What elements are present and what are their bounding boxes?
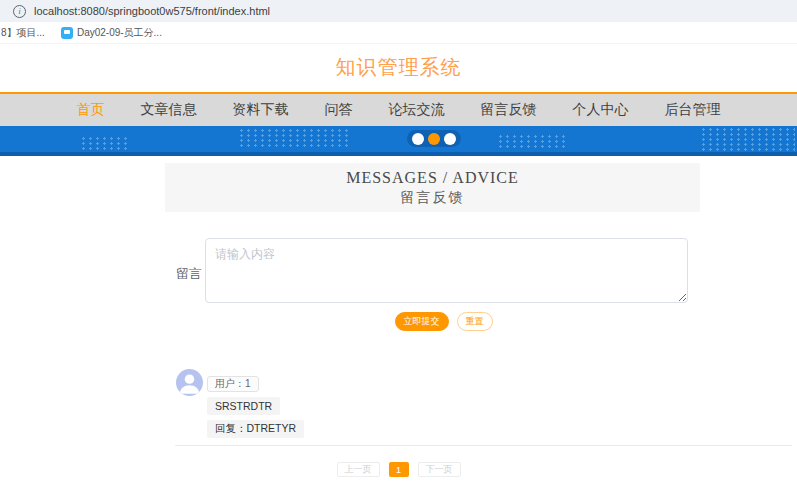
section-header: MESSAGES / ADVICE 留言反馈: [165, 163, 700, 212]
bookmark-label: Day02-09-员工分...: [77, 26, 162, 40]
carousel-dot-3[interactable]: [444, 133, 456, 145]
submit-button[interactable]: 立即提交: [395, 312, 449, 331]
reset-button[interactable]: 重置: [457, 312, 493, 331]
user-avatar: [176, 369, 203, 396]
nav-item-admin[interactable]: 后台管理: [665, 101, 721, 119]
nav-item-articles[interactable]: 文章信息: [141, 101, 197, 119]
banner-dot-pattern: [700, 127, 795, 153]
bookmark-item[interactable]: Day02-09-员工分...: [61, 26, 162, 40]
form-buttons-row: 立即提交 重置: [0, 312, 797, 331]
browser-url-bar[interactable]: i localhost:8080/springboot0w575/front/i…: [0, 0, 797, 22]
nav-item-messages[interactable]: 留言反馈: [481, 101, 537, 119]
carousel-dot-2[interactable]: [428, 133, 440, 145]
nav-item-forum[interactable]: 论坛交流: [389, 101, 445, 119]
bookmarks-bar: 8】项目... Day02-09-员工分...: [0, 22, 797, 44]
message-reply: 回复：DTRETYR: [207, 420, 304, 438]
bookmark-item[interactable]: 8】项目...: [1, 26, 45, 40]
nav-item-home[interactable]: 首页: [77, 101, 105, 119]
carousel-banner: [0, 126, 797, 156]
message-user-tag: 用户：1: [207, 376, 259, 392]
site-info-icon[interactable]: i: [13, 5, 26, 18]
main-nav: 首页 文章信息 资料下载 问答 论坛交流 留言反馈 个人中心 后台管理: [0, 92, 797, 126]
nav-item-downloads[interactable]: 资料下载: [233, 101, 289, 119]
carousel-dot-1[interactable]: [412, 133, 424, 145]
banner-bottom-strip: [0, 152, 797, 156]
screen: i localhost:8080/springboot0w575/front/i…: [0, 0, 797, 500]
banner-dot-pattern: [497, 134, 569, 150]
banner-dot-pattern: [80, 136, 128, 150]
pagination-prev-button[interactable]: 上一页: [337, 462, 380, 477]
nav-item-qa[interactable]: 问答: [325, 101, 353, 119]
nav-item-profile[interactable]: 个人中心: [573, 101, 629, 119]
page-title: 知识管理系统: [0, 54, 797, 81]
message-form-label: 留言: [176, 265, 202, 283]
carousel-indicators: [407, 130, 461, 147]
bookmark-label: 8】项目...: [1, 26, 45, 40]
message-divider: [175, 445, 792, 446]
pagination-current-page[interactable]: 1: [389, 462, 409, 477]
section-title-cn: 留言反馈: [401, 189, 465, 207]
message-textarea[interactable]: [205, 238, 688, 303]
bookmark-favicon-icon: [61, 27, 73, 39]
message-content: SRSTRDTR: [207, 397, 280, 415]
pagination: 上一页 1 下一页: [0, 462, 797, 477]
person-icon: [176, 369, 203, 396]
pagination-next-button[interactable]: 下一页: [418, 462, 461, 477]
url-input[interactable]: localhost:8080/springboot0w575/front/ind…: [34, 5, 270, 17]
banner-dot-pattern: [238, 128, 348, 148]
section-title-en: MESSAGES / ADVICE: [346, 168, 519, 189]
